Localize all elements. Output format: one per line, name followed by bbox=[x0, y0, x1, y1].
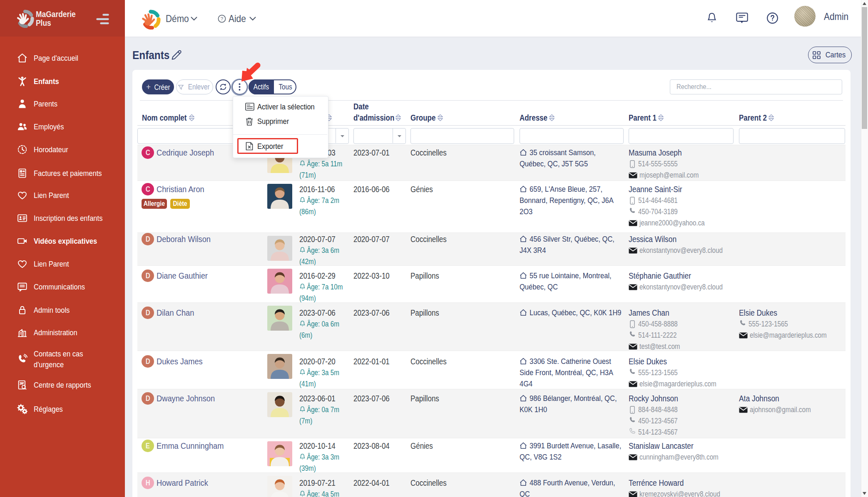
svg-text:?: ? bbox=[221, 16, 223, 21]
